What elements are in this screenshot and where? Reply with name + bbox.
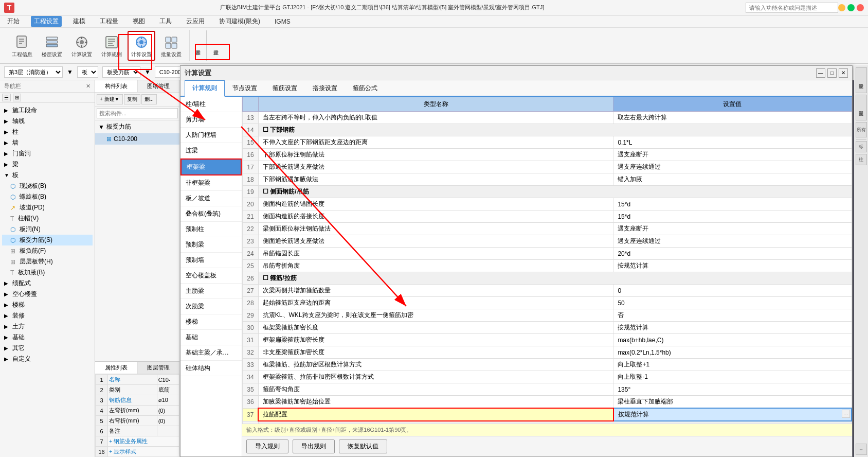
close-button[interactable] [857,4,864,11]
row-37-dropdown-btn[interactable]: ⋯ [842,410,850,418]
maximize-button[interactable] [847,4,855,11]
row-value-24[interactable]: 20*d [613,248,852,260]
row-value-37[interactable]: ⋯ [613,408,852,421]
project-info-button[interactable]: 工程信息 [8,31,36,61]
element-settings-tool[interactable]: 图元设置 [856,95,867,120]
copy-comp-button[interactable]: 复制 [124,94,140,104]
cat-frame-beam[interactable]: 框架梁 [180,159,242,175]
delete-comp-button[interactable]: 删... [141,94,157,104]
cat-precast-beam[interactable]: 预制梁 [180,237,242,253]
calc-settings2-button[interactable]: 计算设置 [128,31,155,61]
prop-value-1[interactable]: C10- [157,375,179,385]
prop-name-6[interactable]: 备注 [108,426,157,436]
batch-settings-button[interactable]: 批量设置 [157,31,185,61]
tree-item-cast-slab[interactable]: ⬡现浇板(B) [2,181,93,191]
tree-item-door-window[interactable]: ▶门窗洞 [2,148,93,159]
floor-select[interactable]: 第3层（消防道） [4,66,63,78]
menu-project-settings[interactable]: 工程设置 [31,16,62,27]
minimize-button[interactable] [838,4,845,11]
floor-settings-button[interactable]: 楼层设置 [38,31,66,61]
tree-item-beam[interactable]: ▶梁 [2,159,93,170]
tree-item-slab-rebar[interactable]: ⬡板受力筋(S) [2,235,93,245]
all-tool[interactable]: 所有 [856,122,867,137]
prop-display-style-group[interactable]: + 显示样式 [108,447,179,457]
drawing-mgmt-tab[interactable]: 图纸管理 [138,80,180,92]
cat-precast-col[interactable]: 预制柱 [180,222,242,237]
prop-name-2[interactable]: 类别 [108,385,157,395]
dialog-close[interactable]: ✕ [839,68,848,78]
dialog-maximize[interactable]: □ [827,68,837,78]
tree-item-stair[interactable]: ▶楼梯 [2,300,93,310]
row-value-15[interactable]: 0.1*L [613,136,852,149]
tree-item-hollow-floor[interactable]: ▶空心楼盖 [2,289,93,300]
row-37-input[interactable] [618,411,837,418]
tree-item-decoration[interactable]: ▶装修 [2,310,93,321]
row-value-27[interactable]: 0 [613,285,852,297]
tree-item-spiral-slab[interactable]: ⬡螺旋板(B) [2,191,93,202]
tree-item-custom[interactable]: ▶自定义 [2,354,93,364]
prop-rebar-biz-group[interactable]: + 钢筋业务属性 [108,436,179,447]
cat-link-beam[interactable]: 连梁 [180,143,242,159]
tree-item-floor-strip[interactable]: ⊞层层板带(H) [2,256,93,267]
import-rules-button[interactable]: 导入规则 [246,440,288,453]
comp-group-slab-rebar[interactable]: ▼ 板受力筋 [95,120,179,133]
prop-name-3[interactable]: 钢筋信息 [108,395,157,406]
row-value-36[interactable]: 梁柱垂直下加腋端部 [613,396,852,409]
dialog-minimize[interactable]: — [816,68,825,78]
menu-quantities[interactable]: 工程量 [97,16,121,27]
layer-mgmt-tab[interactable]: 图层管理 [138,362,180,374]
tree-item-earthwork[interactable]: ▶土方 [2,321,93,332]
row-value-25[interactable]: 按规范计算 [613,260,852,272]
row-value-32[interactable]: max(0.2*Ln,1.5*hb) [613,346,852,359]
menu-model[interactable]: 建模 [70,16,88,27]
menu-view[interactable]: 视图 [130,16,148,27]
comp-item-c10-200[interactable]: ⊞ C10-200 [95,133,179,145]
tree-item-slab[interactable]: ▼板 [2,170,93,181]
row-value-20[interactable]: 15*d [613,198,852,210]
row-value-16[interactable]: 遇支座断开 [613,149,852,161]
cat-foundation[interactable]: 基础 [180,330,242,345]
row-value-28[interactable]: 50 [613,297,852,309]
menu-igms[interactable]: IGMS [272,17,294,26]
row-value-29[interactable]: 否 [613,309,852,322]
annotation-tool[interactable]: 标 [856,141,867,152]
grid-view-button[interactable]: ⊞ [13,94,21,101]
rebar-type-select[interactable]: 板受力筋 [102,66,140,78]
prop-value-6[interactable] [157,426,179,436]
tree-item-construction[interactable]: ▶施工段命 [2,105,93,116]
component-type-select[interactable]: 板 [77,66,98,78]
tree-item-slab-haunch[interactable]: T板加腋(B) [2,267,93,278]
tab-calc-rules[interactable]: 计算规则 [185,80,225,97]
cat-hollow-slab[interactable]: 空心楼盖板 [180,268,242,284]
menu-tools[interactable]: 工具 [156,16,175,27]
tab-stirrup-settings[interactable]: 箍筋设置 [265,80,305,97]
cat-stair-cat[interactable]: 楼梯 [180,314,242,330]
calc-rules-button[interactable]: 计算规则 [98,31,125,61]
row-value-23[interactable]: 遇支座连续通过 [613,235,852,248]
prop-value-3[interactable]: ⌀10 [157,395,179,406]
sidebar-close[interactable]: ✕ [86,83,91,90]
comp-search-input[interactable] [97,108,178,118]
prop-name-1[interactable]: 名称 [108,375,157,385]
prop-list-tab[interactable]: 属性列表 [95,362,138,374]
row-value-34[interactable]: 向上取整-1 [613,371,852,383]
cat-composite-slab[interactable]: 叠合板(叠筑) [180,206,242,222]
tree-item-column[interactable]: ▶柱 [2,127,93,137]
tree-item-foundation[interactable]: ▶基础 [2,332,93,343]
comp-list-tab[interactable]: 构件列表 [95,80,138,92]
row-value-22[interactable]: 遇支座断开 [613,223,852,235]
export-rules-button[interactable]: 导出规则 [293,440,335,453]
tree-item-precast[interactable]: ▶绩配式 [2,278,93,289]
menu-start[interactable]: 开始 [4,16,23,27]
cat-sub-rib[interactable]: 次肋梁 [180,299,242,314]
tree-item-ramp[interactable]: ↗坡道(PD) [2,202,93,213]
new-comp-button[interactable]: + 新建▼ [97,94,123,104]
menu-collab[interactable]: 协同建模(限免) [216,16,263,27]
tree-item-neg-rebar[interactable]: ⊞板负筋(F) [2,245,93,256]
cat-civil-defense[interactable]: 人防门框墙 [180,128,242,143]
row-value-13[interactable]: 取左右最大跨计算 [613,112,852,124]
cat-column[interactable]: 柱/墙柱 [180,97,242,112]
row-value-31[interactable]: max(b+hb,lae,C) [613,334,852,346]
column-tool[interactable]: 柱 [856,154,867,165]
menu-cloud[interactable]: 云应用 [183,16,208,27]
